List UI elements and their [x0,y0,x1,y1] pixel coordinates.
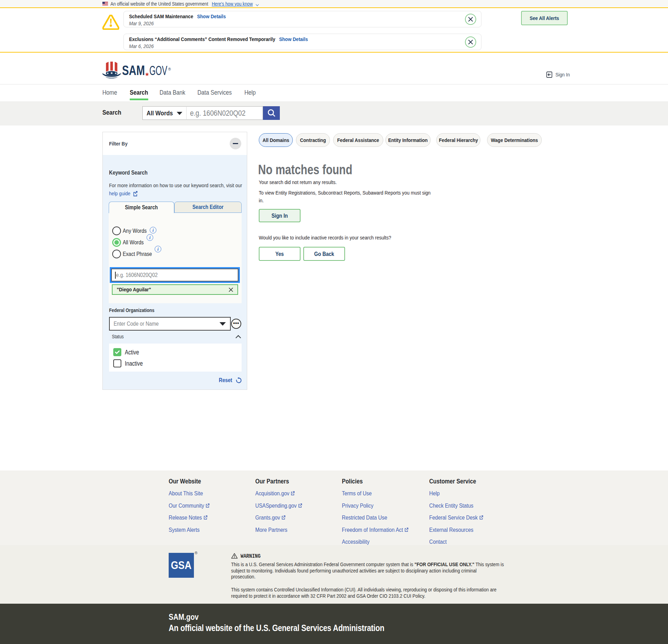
svg-text:SAM: SAM [122,63,145,78]
svg-text:GOV: GOV [149,63,167,78]
svg-text:®: ® [168,67,171,71]
